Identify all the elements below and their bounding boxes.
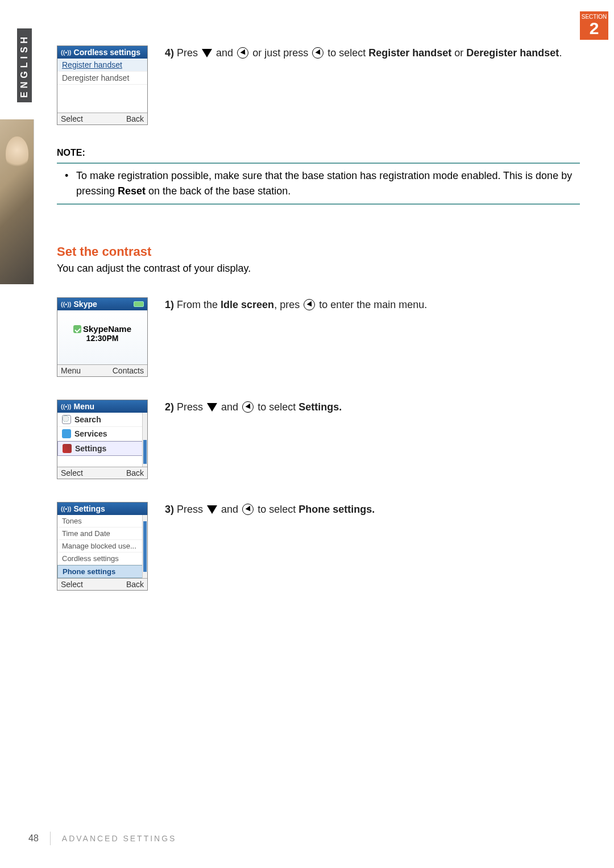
idle-skypename: SkypeName: [83, 324, 131, 334]
scrollbar-thumb: [143, 521, 147, 572]
note-text: To make registration possible, make sure…: [57, 168, 580, 199]
page-content: ((•)) Cordless settings Register handset…: [57, 45, 580, 613]
idle-titlebar: ((•)) Skype: [57, 298, 147, 310]
s2-t1: Press: [177, 401, 206, 413]
settings-scrollbar: [142, 515, 147, 578]
softkey-contacts: Contacts: [113, 366, 144, 375]
section-badge: SECTION 2: [580, 11, 608, 40]
softkey-select: Select: [61, 468, 83, 477]
step4-text: 4) Pres and or just press to select Regi…: [165, 45, 580, 61]
s4-t5: or: [454, 47, 466, 59]
s4-b2: Deregister handset: [466, 47, 559, 59]
s1-t2: , pres: [274, 299, 302, 310]
note-block: NOTE: To make registration possible, mak…: [57, 148, 580, 205]
softkey-back: Back: [126, 580, 144, 589]
footer-text: ADVANCED SETTINGS: [62, 834, 177, 843]
step2-text: 2) Press and to select Settings.: [165, 400, 580, 415]
settings-item-blocked: Manage blocked use...: [57, 540, 147, 553]
settings-title: Settings: [74, 504, 105, 513]
softkey-menu: Menu: [61, 366, 81, 375]
settings-body: Tones Time and Date Manage blocked use..…: [57, 515, 147, 578]
s3-t2: and: [221, 504, 241, 515]
s4-t1: Pres: [177, 47, 201, 59]
note-rule-bottom: [57, 203, 580, 205]
step4-row: ((•)) Cordless settings Register handset…: [57, 45, 580, 125]
page-number: 48: [28, 833, 39, 844]
page-footer: 48 ADVANCED SETTINGS: [28, 832, 176, 845]
softkey-select: Select: [61, 114, 83, 123]
cordless-item-register: Register handset: [57, 59, 147, 72]
idle-body: SkypeName 12:30PM: [57, 310, 147, 364]
s4-b1: Register handset: [368, 47, 451, 59]
signal-icon: ((•)): [61, 49, 72, 56]
s1-t3: to enter the main menu.: [319, 299, 427, 310]
step3-num: 3): [165, 504, 174, 515]
idle-time: 12:30PM: [57, 334, 147, 343]
step3-text: 3) Press and to select Phone settings.: [165, 502, 580, 517]
settings-titlebar: ((•)) Settings: [57, 502, 147, 515]
settings-item-tones: Tones: [57, 515, 147, 528]
menu-item-search: Search: [57, 413, 147, 427]
step3-row: ((•)) Settings Tones Time and Date Manag…: [57, 502, 580, 591]
s1-t1: From the: [177, 299, 221, 310]
services-icon: [62, 429, 71, 438]
select-key-icon: [304, 299, 315, 310]
step1-text: 1) From the Idle screen, pres to enter t…: [165, 297, 580, 313]
menu-titlebar: ((•)) Menu: [57, 400, 147, 413]
settings-icon: [63, 444, 72, 453]
s3-b1: Phone settings.: [298, 504, 375, 515]
menu-item-label: Settings: [75, 444, 106, 453]
search-icon: [62, 415, 71, 424]
s4-t4: to select: [327, 47, 368, 59]
select-key-icon: [242, 401, 254, 413]
language-tab: ENGLISH: [17, 28, 32, 102]
down-arrow-icon: [202, 49, 212, 57]
signal-icon: ((•)): [61, 403, 72, 410]
s4-t6: .: [559, 47, 562, 59]
softkey-select: Select: [61, 580, 83, 589]
cordless-titlebar: ((•)) Cordless settings: [57, 46, 147, 59]
screenshot-menu: ((•)) Menu Search Services Settings Sele…: [57, 400, 148, 479]
settings-item-phone: Phone settings: [57, 565, 147, 578]
softkey-back: Back: [126, 114, 144, 123]
step1-row: ((•)) Skype SkypeName 12:30PM Menu Conta…: [57, 297, 580, 377]
sub-set-contrast: You can adjust the contrast of your disp…: [57, 263, 580, 275]
s4-t3: or just press: [252, 47, 311, 59]
menu-item-settings: Settings: [57, 441, 147, 456]
heading-set-contrast: Set the contrast: [57, 244, 580, 259]
cordless-item-deregister: Deregister handset: [57, 72, 147, 85]
s2-t3: to select: [258, 401, 298, 413]
menu-title: Menu: [74, 402, 95, 411]
note-b1: Reset: [118, 185, 146, 197]
settings-item-timedate: Time and Date: [57, 528, 147, 540]
idle-softkeys: Menu Contacts: [57, 364, 147, 376]
menu-softkeys: Select Back: [57, 467, 147, 479]
s1-b1: Idle screen: [221, 299, 274, 310]
note-rule-top: [57, 163, 580, 164]
down-arrow-icon: [207, 403, 217, 412]
battery-icon: [134, 301, 144, 307]
s4-t2: and: [216, 47, 236, 59]
scrollbar-thumb: [143, 440, 147, 464]
cordless-body: Register handset Deregister handset: [57, 59, 147, 113]
s3-t1: Press: [177, 504, 206, 515]
section-number: 2: [580, 20, 608, 37]
menu-item-services: Services: [57, 427, 147, 441]
s2-t2: and: [221, 401, 241, 413]
menu-body: Search Services Settings: [57, 413, 147, 467]
step4-num: 4): [165, 47, 174, 59]
idle-title: Skype: [74, 300, 97, 309]
side-photo: [0, 119, 34, 284]
note-t2: on the back of the base station.: [148, 185, 291, 197]
screenshot-settings: ((•)) Settings Tones Time and Date Manag…: [57, 502, 148, 591]
cordless-softkeys: Select Back: [57, 113, 147, 124]
select-key-icon: [242, 504, 254, 515]
menu-item-label: Services: [74, 429, 107, 438]
step2-row: ((•)) Menu Search Services Settings Sele…: [57, 400, 580, 479]
footer-divider: [50, 832, 51, 845]
screenshot-cordless-settings: ((•)) Cordless settings Register handset…: [57, 45, 148, 125]
menu-item-label: Search: [74, 415, 101, 424]
signal-icon: ((•)): [61, 505, 72, 512]
status-check-icon: [73, 325, 81, 333]
note-label: NOTE:: [57, 148, 580, 158]
